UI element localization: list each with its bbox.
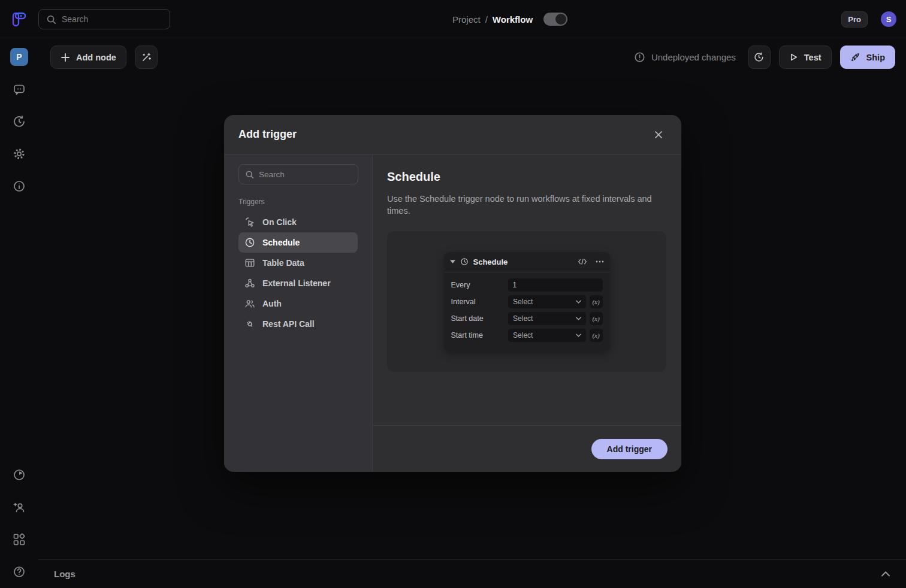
ship-button[interactable]: Ship xyxy=(840,46,895,69)
modal-footer: Add trigger xyxy=(373,425,681,472)
history-clock-icon xyxy=(753,51,765,63)
chevron-down-icon xyxy=(576,300,581,304)
webhook-icon xyxy=(244,278,255,289)
select-value: Select xyxy=(513,314,533,323)
interval-select[interactable]: Select xyxy=(508,295,586,308)
ship-label: Ship xyxy=(866,53,885,62)
trigger-search-input[interactable] xyxy=(259,170,352,179)
global-search[interactable] xyxy=(38,9,170,29)
close-icon[interactable] xyxy=(650,126,667,143)
add-node-button[interactable]: Add node xyxy=(50,46,126,69)
node-title: Schedule xyxy=(473,257,573,266)
add-node-label: Add node xyxy=(76,53,116,62)
trigger-label: Table Data xyxy=(262,258,304,268)
trigger-label: External Listener xyxy=(262,278,331,288)
field-label: Interval xyxy=(451,298,509,306)
collapse-caret-icon[interactable] xyxy=(450,260,455,263)
field-row-interval: Interval Select (x) xyxy=(451,295,603,308)
more-options-icon[interactable] xyxy=(596,260,604,263)
workflow-toggle[interactable] xyxy=(543,13,567,26)
trigger-detail-content: Schedule Use the Schedule trigger node t… xyxy=(373,154,681,425)
top-bar: Project / Workflow Pro S xyxy=(0,0,906,38)
cursor-click-icon xyxy=(244,217,255,228)
logs-label: Logs xyxy=(54,569,76,579)
test-button[interactable]: Test xyxy=(779,46,832,69)
search-icon xyxy=(245,170,254,179)
trigger-item-rest-api-call[interactable]: Rest API Call xyxy=(238,314,358,334)
trigger-item-table-data[interactable]: Table Data xyxy=(238,253,358,273)
trigger-item-auth[interactable]: Auth xyxy=(238,293,358,314)
invite-user-icon[interactable] xyxy=(10,498,28,516)
modal-body: Triggers On Click xyxy=(224,154,681,472)
rocket-icon xyxy=(850,52,860,62)
trigger-label: On Click xyxy=(262,217,297,227)
version-history-button[interactable] xyxy=(748,46,771,69)
field-label: Start time xyxy=(451,331,509,340)
integrations-grid-icon[interactable] xyxy=(10,531,28,548)
topbar-right: Pro S xyxy=(841,0,896,38)
sidebar-top-group: P xyxy=(10,48,28,195)
code-icon[interactable] xyxy=(578,258,587,265)
trigger-label: Auth xyxy=(262,299,282,308)
node-fields: Every Interval Select xyxy=(444,272,610,348)
search-icon xyxy=(46,14,56,25)
sidebar-bottom-group xyxy=(10,466,28,581)
test-label: Test xyxy=(804,53,822,62)
workflow-toggle-knob xyxy=(555,14,566,25)
start-date-expression-button[interactable]: (x) xyxy=(590,312,603,325)
trigger-item-external-listener[interactable]: External Listener xyxy=(238,273,358,293)
assistant-chat-icon[interactable] xyxy=(10,80,28,98)
clock-icon xyxy=(244,237,255,248)
start-date-select[interactable]: Select xyxy=(508,312,586,325)
every-input[interactable] xyxy=(508,278,603,292)
node-header: Schedule xyxy=(444,252,610,272)
chevron-down-icon xyxy=(576,317,581,320)
plug-icon xyxy=(244,319,255,329)
modal-header: Add trigger xyxy=(224,115,681,154)
chevron-up-icon[interactable] xyxy=(881,571,890,577)
trigger-detail-panel: Schedule Use the Schedule trigger node t… xyxy=(373,154,681,472)
breadcrumb-project[interactable]: Project xyxy=(452,14,481,25)
breadcrumb-separator: / xyxy=(485,14,488,25)
project-avatar[interactable]: P xyxy=(10,48,28,66)
triggers-section-label: Triggers xyxy=(238,198,358,206)
select-value: Select xyxy=(513,331,533,340)
trigger-item-on-click[interactable]: On Click xyxy=(238,212,358,232)
chevron-down-icon xyxy=(576,334,581,337)
trigger-detail-title: Schedule xyxy=(387,170,667,184)
modal-title: Add trigger xyxy=(238,128,297,141)
app-logo[interactable] xyxy=(0,11,38,28)
magic-wand-icon xyxy=(141,52,152,63)
trigger-item-schedule[interactable]: Schedule xyxy=(238,232,358,253)
ai-wand-button[interactable] xyxy=(135,46,158,69)
users-icon xyxy=(244,298,255,309)
pro-badge[interactable]: Pro xyxy=(841,11,868,28)
start-time-expression-button[interactable]: (x) xyxy=(590,329,603,342)
plus-icon xyxy=(61,53,70,62)
history-icon[interactable] xyxy=(10,113,28,131)
alert-circle-icon xyxy=(634,51,645,63)
trigger-search[interactable] xyxy=(238,164,358,184)
node-preview: Schedule xyxy=(387,231,666,372)
trigger-label: Rest API Call xyxy=(262,319,315,329)
canvas-toolbar-left: Add node xyxy=(50,46,158,69)
user-avatar[interactable]: S xyxy=(881,11,896,27)
info-icon[interactable] xyxy=(10,177,28,195)
add-trigger-submit-button[interactable]: Add trigger xyxy=(591,439,668,459)
settings-gear-icon[interactable] xyxy=(10,145,28,163)
add-trigger-modal: Add trigger Triggers xyxy=(224,115,681,472)
clock-icon xyxy=(460,257,469,266)
app-logo-icon xyxy=(11,11,27,28)
play-icon xyxy=(789,53,798,62)
usage-meter-icon[interactable] xyxy=(10,466,28,484)
field-row-start-time: Start time Select (x) xyxy=(451,329,603,342)
field-row-start-date: Start date Select (x) xyxy=(451,312,603,325)
interval-expression-button[interactable]: (x) xyxy=(590,295,603,308)
select-value: Select xyxy=(513,298,533,306)
start-time-select[interactable]: Select xyxy=(508,329,586,342)
global-search-input[interactable] xyxy=(62,14,162,24)
table-icon xyxy=(244,257,255,268)
undeployed-label: Undeployed changes xyxy=(651,52,736,62)
logs-bar[interactable]: Logs xyxy=(38,559,906,588)
help-icon[interactable] xyxy=(10,563,28,581)
